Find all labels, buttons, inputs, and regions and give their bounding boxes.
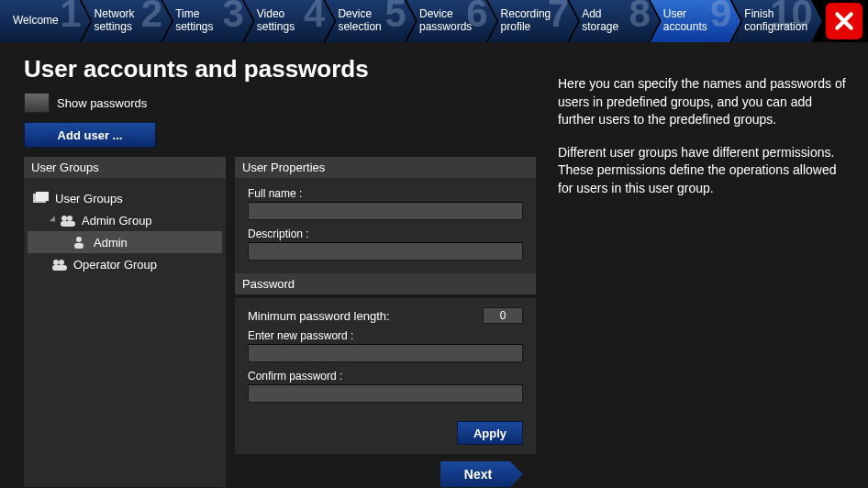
user-properties-header: User Properties (235, 157, 536, 178)
close-button[interactable] (826, 3, 862, 39)
step-device-selection[interactable]: 5Device selection (325, 0, 416, 42)
description-label: Description : (248, 227, 523, 240)
step-user-accounts[interactable]: 9User accounts (651, 0, 741, 42)
svg-point-2 (61, 216, 67, 221)
tree-root[interactable]: User Groups (28, 187, 222, 209)
expand-icon (50, 216, 58, 224)
full-name-label: Full name : (248, 187, 523, 200)
svg-rect-6 (74, 243, 83, 249)
enter-password-label: Enter new password : (248, 329, 523, 342)
svg-point-7 (53, 260, 59, 265)
step-recording-profile[interactable]: 7Recording profile (488, 0, 579, 42)
tree-item-operator-group[interactable]: Operator Group (28, 253, 222, 275)
group-icon (60, 213, 78, 227)
confirm-password-input[interactable] (248, 384, 523, 403)
step-network-settings[interactable]: 2Network settings (82, 0, 172, 42)
step-device-passwords[interactable]: 6Device passwords (406, 0, 497, 42)
description-input[interactable] (248, 242, 523, 261)
svg-rect-4 (61, 221, 75, 227)
show-passwords-checkbox[interactable] (24, 93, 50, 113)
groups-root-icon (33, 191, 51, 205)
min-password-length-value: 0 (483, 307, 523, 324)
step-welcome[interactable]: 1Welcome (0, 0, 91, 42)
full-name-input[interactable] (248, 202, 523, 220)
user-groups-header: User Groups (24, 157, 226, 178)
password-header: Password (235, 273, 536, 294)
help-text-2: Different user groups have different per… (558, 144, 846, 198)
enter-password-input[interactable] (248, 344, 523, 362)
tree-item-admin[interactable]: Admin (28, 231, 222, 253)
step-video-settings[interactable]: 4Video settings (244, 0, 335, 42)
user-icon (72, 235, 90, 250)
step-time-settings[interactable]: 3Time settings (162, 0, 253, 42)
confirm-password-label: Confirm password : (248, 370, 523, 383)
step-finish-configuration[interactable]: 10Finish configuration (731, 0, 822, 42)
apply-button[interactable]: Apply (457, 421, 523, 445)
svg-rect-9 (52, 265, 67, 271)
min-password-length-label: Minimum password length: (248, 309, 390, 323)
svg-point-8 (59, 260, 64, 265)
show-passwords-label: Show passwords (57, 96, 147, 110)
wizard-stepper: 1Welcome 2Network settings 3Time setting… (0, 0, 868, 42)
svg-point-5 (76, 237, 82, 242)
help-panel: Here you can specify the names and passw… (551, 42, 868, 488)
svg-rect-1 (36, 192, 49, 201)
add-user-button[interactable]: Add user ... (24, 122, 156, 148)
page-title: User accounts and passwords (24, 55, 536, 83)
close-icon (832, 9, 856, 33)
group-icon (51, 257, 70, 272)
next-button[interactable]: Next (440, 461, 523, 487)
help-text-1: Here you can specify the names and passw… (558, 75, 846, 129)
svg-point-3 (67, 216, 72, 221)
tree-item-admin-group[interactable]: Admin Group (28, 209, 222, 231)
step-add-storage[interactable]: 8Add storage (569, 0, 660, 42)
user-groups-tree: User Groups Admin Group Admin (24, 178, 226, 487)
